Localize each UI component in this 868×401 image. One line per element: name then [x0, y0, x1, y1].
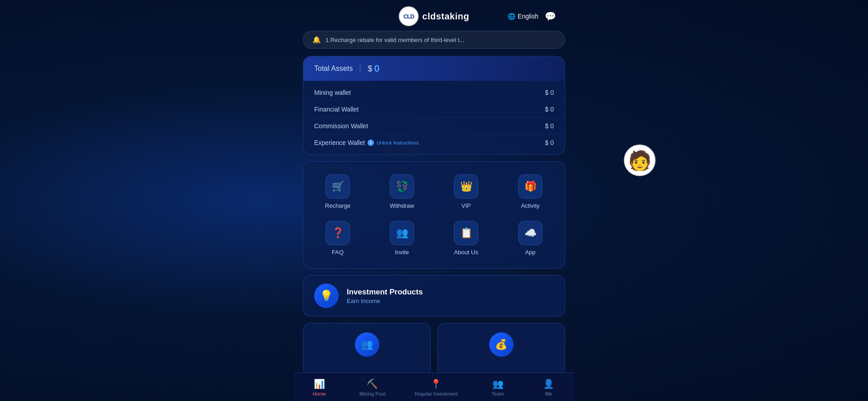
actions-grid: 🛒 Recharge 💱 Withdraw 👑 VIP 🎁 Activity ❓… [308, 171, 560, 259]
app-label: App [525, 249, 535, 256]
bottom-cards: 👥 💰 [303, 323, 565, 377]
vip-label: VIP [462, 202, 471, 209]
wallet-name-area: Financial Wallet [314, 106, 359, 113]
bottom-card-team[interactable]: 👥 [303, 323, 431, 377]
wallet-row: Financial Wallet $ 0 [303, 101, 565, 118]
language-button[interactable]: 🌐 English [508, 13, 538, 20]
mining-pool-nav-icon: ⛏️ [367, 378, 378, 389]
action-item-recharge[interactable]: 🛒 Recharge [308, 171, 368, 213]
about-label: About Us [454, 249, 478, 256]
investment-icon: 💡 [314, 284, 339, 308]
recharge-label: Recharge [325, 202, 350, 209]
action-item-faq[interactable]: ❓ FAQ [308, 217, 368, 259]
app-icon: ☁️ [518, 221, 542, 245]
action-item-vip[interactable]: 👑 VIP [436, 171, 496, 213]
me-nav-icon: 👤 [543, 378, 554, 389]
team-nav-label: Team [492, 391, 504, 396]
wallet-amount: $ 0 [545, 122, 554, 130]
me-nav-label: Me [545, 391, 552, 396]
notification-banner[interactable]: 🔔 1.Recharge rebate for valid members of… [303, 31, 565, 49]
action-item-about[interactable]: 📋 About Us [436, 217, 496, 259]
language-label: English [518, 13, 538, 20]
wallet-row: Commission Wallet $ 0 [303, 118, 565, 135]
wallet-name-area: Commission Wallet [314, 122, 368, 130]
wallet-row: Mining wallet $ 0 [303, 84, 565, 101]
faq-label: FAQ [332, 249, 344, 256]
total-assets-number: 0 [374, 63, 379, 75]
bottom-nav: 📊 Home ⛏️ Mining Pool 📍 Regular Investme… [294, 373, 574, 401]
chat-icon[interactable]: 💬 [545, 11, 556, 22]
nav-item-mining-pool[interactable]: ⛏️ Mining Pool [352, 377, 392, 398]
wallet-amount: $ 0 [545, 89, 554, 96]
wallet-row: Experience WalletiUnlock Instructions $ … [303, 135, 565, 151]
withdraw-icon: 💱 [390, 174, 414, 199]
activity-label: Activity [521, 202, 539, 209]
assets-title: Total Assets [314, 65, 353, 73]
globe-icon: 🌐 [508, 13, 515, 20]
header-right: 🌐 English 💬 [508, 11, 556, 22]
wallet-name: Experience Wallet [314, 139, 365, 146]
avatar-character: 🧑 [624, 145, 656, 176]
investment-card[interactable]: 💡 Investment Products Earn Income [303, 275, 565, 317]
investment-subtitle: Earn Income [347, 298, 423, 304]
invite-label: Invite [395, 249, 409, 256]
action-item-invite[interactable]: 👥 Invite [372, 217, 432, 259]
nav-item-home[interactable]: 📊 Home [301, 377, 337, 398]
recharge-icon: 🛒 [326, 174, 350, 199]
assets-divider [360, 64, 360, 73]
action-item-withdraw[interactable]: 💱 Withdraw [372, 171, 432, 213]
wallet-name: Mining wallet [314, 89, 351, 96]
vip-icon: 👑 [454, 174, 478, 199]
header: CLD cldstaking 🌐 English 💬 [294, 0, 574, 31]
about-icon: 📋 [454, 221, 478, 245]
home-nav-icon: 📊 [314, 378, 325, 389]
assets-card: Total Assets $ 0 Mining wallet $ 0 Finan… [303, 56, 565, 155]
invite-icon: 👥 [390, 221, 414, 245]
team-nav-icon: 👥 [492, 378, 504, 389]
faq-icon: ❓ [326, 221, 350, 245]
wallet-name: Commission Wallet [314, 122, 368, 130]
regular-investment-nav-icon: 📍 [430, 378, 442, 389]
wallet-amount: $ 0 [545, 106, 554, 113]
assets-value: $ 0 [368, 63, 379, 75]
withdraw-label: Withdraw [390, 202, 414, 209]
investment-title: Investment Products [347, 288, 423, 297]
activity-icon: 🎁 [518, 174, 542, 199]
actions-card: 🛒 Recharge 💱 Withdraw 👑 VIP 🎁 Activity ❓… [303, 161, 565, 269]
bell-icon: 🔔 [312, 36, 321, 44]
wallet-name-area: Experience WalletiUnlock Instructions [314, 139, 419, 146]
nav-item-regular-investment[interactable]: 📍 Regular Investment [407, 377, 465, 398]
notification-text: 1.Recharge rebate for valid members of t… [326, 37, 464, 43]
avatar-face: 🧑 [628, 149, 651, 172]
wallet-name: Financial Wallet [314, 106, 359, 113]
nav-item-me[interactable]: 👤 Me [531, 377, 567, 398]
info-icon[interactable]: i [368, 140, 374, 146]
wallet-name-area: Mining wallet [314, 89, 351, 96]
home-nav-label: Home [313, 391, 326, 396]
unlock-link[interactable]: Unlock Instructions [377, 140, 419, 145]
assets-header: Total Assets $ 0 [303, 56, 565, 81]
investment-text: Investment Products Earn Income [347, 288, 423, 304]
logo-icon: CLD [399, 6, 419, 26]
action-item-activity[interactable]: 🎁 Activity [500, 171, 560, 213]
avatar-circle: 🧑 [624, 145, 656, 176]
nav-item-team[interactable]: 👥 Team [480, 377, 516, 398]
revenue-icon: 💰 [489, 332, 514, 357]
regular-investment-nav-label: Regular Investment [415, 391, 458, 396]
logo-area: CLD cldstaking [399, 6, 469, 26]
team-icon: 👥 [355, 332, 379, 357]
wallet-amount: $ 0 [545, 139, 554, 146]
dollar-sign: $ [368, 64, 372, 74]
bottom-card-revenue[interactable]: 💰 [437, 323, 565, 377]
mining-pool-nav-label: Mining Pool [359, 391, 385, 396]
wallet-list: Mining wallet $ 0 Financial Wallet $ 0 C… [303, 81, 565, 154]
action-item-app[interactable]: ☁️ App [500, 217, 560, 259]
logo-name: cldstaking [422, 11, 469, 22]
